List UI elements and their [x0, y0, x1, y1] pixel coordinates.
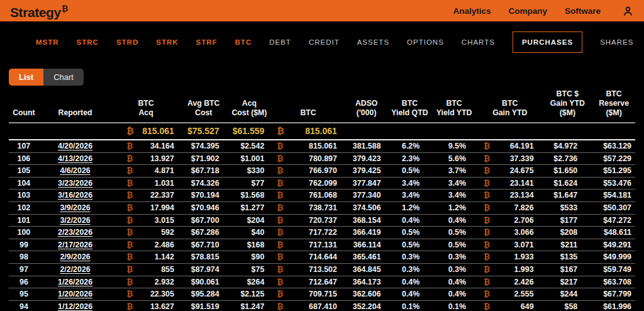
topbar-link-company[interactable]: Company [508, 6, 547, 16]
btc-gain-ytd-cell: ₿ 3.066 [477, 227, 543, 239]
btc-icon: ₿ [484, 278, 490, 286]
logo-text: Strategy [10, 6, 61, 19]
bitcoin-logo-icon: ₿ [62, 4, 68, 13]
count-cell: 95 [9, 288, 39, 301]
reported-cell: 4/6/2026 [39, 165, 112, 178]
btc-gain-ytd-cell: ₿ 2.426 [477, 276, 543, 288]
reported-date-link[interactable]: 2/23/2026 [58, 228, 92, 237]
btc-reserve-cell: $50.307 [592, 201, 635, 214]
avg-btc-cost-cell: $70.946 [180, 201, 227, 214]
nav-tab-debt[interactable]: DEBT [269, 38, 291, 46]
header-adso: ADSO ('000) [345, 89, 389, 123]
btc-yield-ytd-cell: 0.4% [431, 276, 477, 288]
adso-cell: 364.845 [345, 263, 389, 276]
btc-icon: ₿ [484, 204, 490, 212]
table-row: 107 4/20/2026 ₿ 34.164 $74.395 $2.542 ₿ … [9, 140, 635, 152]
count-cell: 104 [9, 177, 39, 189]
btc-yield-qtd-cell: 0.5% [389, 165, 431, 178]
reported-date-link[interactable]: 3/23/2026 [58, 179, 92, 188]
table-row: 95 1/20/2026 ₿ 22.305 $95.284 $2.125 ₿ 7… [9, 288, 635, 301]
nav-tab-assets[interactable]: ASSETS [357, 38, 389, 46]
nav-tab-shares[interactable]: SHARES [600, 38, 633, 46]
table-row: 97 2/2/2026 ₿ 855 $87.974 $75 ₿ 713.502 … [9, 263, 635, 276]
reported-date-link[interactable]: 2/2/2026 [60, 265, 90, 274]
btc-usd-gain-ytd-cell: $1.650 [543, 165, 593, 178]
btc-acq-cell: ₿ 22.305 [111, 288, 180, 301]
nav-tab-credit[interactable]: CREDIT [309, 38, 340, 46]
reported-date-link[interactable]: 4/13/2026 [58, 154, 92, 163]
avg-btc-cost-cell: $87.974 [180, 263, 227, 276]
chart-view-button[interactable]: Chart [43, 69, 84, 86]
reported-cell: 4/13/2026 [39, 152, 112, 165]
btc-gain-ytd-cell: ₿ 1.993 [477, 263, 543, 276]
reported-date-link[interactable]: 1/12/2026 [58, 302, 92, 311]
nav-tab-mstr[interactable]: MSTR [36, 38, 59, 46]
reported-date-link[interactable]: 2/9/2026 [60, 252, 90, 261]
nav-tab-strf[interactable]: STRF [196, 38, 218, 46]
btc-acq-cell: ₿ 3.015 [111, 214, 180, 227]
btc-yield-ytd-cell: 0.5% [431, 239, 477, 251]
reported-date-link[interactable]: 3/9/2026 [60, 203, 90, 212]
btc-usd-gain-ytd-cell: $1.624 [543, 177, 593, 189]
adso-cell: 364.173 [345, 276, 389, 288]
topbar-link-software[interactable]: Software [565, 6, 601, 16]
adso-cell: 366.419 [345, 227, 389, 239]
top-bar: Strategy ₿ Analytics Company Software [0, 0, 644, 21]
acq-cost-cell: $1.247 [227, 300, 272, 311]
btc-yield-ytd-cell: 3.4% [431, 177, 477, 189]
table-row: 96 1/26/2026 ₿ 2.932 $90.061 $264 ₿ 712.… [9, 276, 635, 288]
reported-date-link[interactable]: 3/16/2026 [58, 191, 92, 200]
nav-tab-strk[interactable]: STRK [156, 38, 178, 46]
btc-reserve-cell: $54.181 [592, 189, 635, 202]
btc-acq-cell: ₿ 2.932 [111, 276, 180, 288]
btc-icon: ₿ [126, 217, 133, 225]
header-btc-gain-ytd: BTC Gain YTD [477, 89, 543, 123]
btc-icon: ₿ [277, 142, 283, 150]
purchases-table-wrap: Count Reported BTC Acq Avg BTC Cost Acq … [9, 89, 635, 311]
reported-cell: 1/26/2026 [39, 276, 112, 288]
reported-date-link[interactable]: 1/26/2026 [58, 278, 92, 286]
account-icon[interactable] [622, 5, 634, 17]
nav-tab-purchases[interactable]: PURCHASES [513, 31, 582, 53]
view-toggle: List Chart [9, 69, 84, 86]
btc-cell: ₿ 712.647 [272, 276, 345, 288]
nav-tab-strc[interactable]: STRC [77, 38, 99, 46]
topbar-link-analytics[interactable]: Analytics [453, 6, 491, 16]
btc-gain-ytd-cell: ₿ 24.675 [477, 165, 543, 178]
btc-acq-cell: ₿ 855 [111, 263, 180, 276]
strategy-logo[interactable]: Strategy ₿ [10, 3, 68, 19]
btc-usd-gain-ytd-cell: $177 [543, 214, 593, 227]
header-btc-reserve: BTC Reserve ($M) [592, 89, 635, 123]
list-view-button[interactable]: List [9, 69, 43, 86]
btc-usd-gain-ytd-cell: $533 [543, 201, 593, 214]
header-count: Count [9, 89, 39, 123]
avg-btc-cost-cell: $70.194 [180, 189, 227, 202]
btc-acq-cell: ₿ 592 [111, 227, 180, 239]
nav-tab-strd[interactable]: STRD [116, 38, 138, 46]
btc-cell: ₿ 762.099 [272, 177, 345, 189]
adso-cell: 377.340 [345, 189, 389, 202]
btc-icon: ₿ [126, 241, 133, 249]
btc-acq-cell: ₿ 2.486 [111, 239, 180, 251]
nav-tab-options[interactable]: OPTIONS [407, 38, 444, 46]
table-row: 100 2/23/2026 ₿ 592 $67.286 $40 ₿ 717.72… [9, 227, 635, 239]
reported-date-link[interactable]: 3/2/2026 [60, 216, 90, 225]
acq-cost-cell: $1.001 [227, 152, 272, 165]
count-cell: 100 [9, 227, 39, 239]
adso-cell: 377.847 [345, 177, 389, 189]
nav-tab-btc[interactable]: BTC [235, 38, 252, 46]
acq-cost-cell: $264 [227, 276, 272, 288]
adso-cell: 381.588 [345, 140, 389, 152]
header-btc-usd-gain-ytd: BTC $ Gain YTD ($M) [543, 89, 593, 123]
reported-date-link[interactable]: 4/20/2026 [58, 142, 92, 150]
reported-date-link[interactable]: 4/6/2026 [60, 166, 90, 175]
reported-cell: 2/23/2026 [39, 227, 112, 239]
btc-yield-qtd-cell: 0.3% [389, 263, 431, 276]
reported-date-link[interactable]: 2/17/2026 [58, 240, 92, 249]
reported-date-link[interactable]: 1/20/2026 [58, 290, 92, 298]
acq-cost-cell: $1.277 [227, 201, 272, 214]
btc-acq-cell: ₿ 22.337 [111, 189, 180, 202]
nav-tab-charts[interactable]: CHARTS [462, 38, 495, 46]
header-btc-yield-qtd: BTC Yield QTD [389, 89, 431, 123]
table-row: 105 4/6/2026 ₿ 4.871 $67.718 $330 ₿ 766.… [9, 165, 635, 178]
